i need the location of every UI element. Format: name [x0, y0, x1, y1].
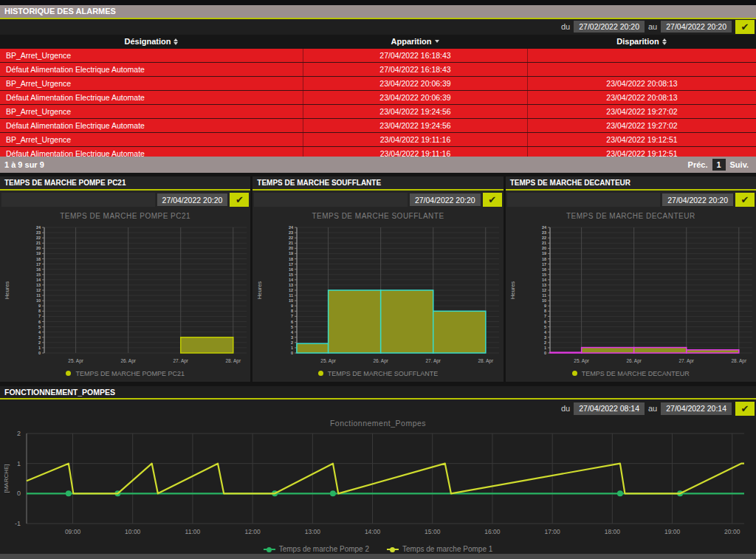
svg-text:18: 18 [36, 256, 41, 261]
svg-text:25. Apr: 25. Apr [574, 358, 589, 364]
svg-text:17:00: 17:00 [545, 528, 561, 535]
svg-text:6: 6 [38, 319, 41, 323]
alarm-panel-title: HISTORIQUE DES ALARMES [4, 7, 116, 16]
svg-text:19: 19 [36, 251, 41, 256]
svg-text:Heures: Heures [509, 281, 516, 298]
chart-legend: TEMPS DE MARCHE SOUFFLANTE [252, 368, 503, 380]
svg-text:0: 0 [291, 351, 293, 355]
alarm-panel-header: HISTORIQUE DES ALARMES [0, 5, 756, 18]
table-row[interactable]: BP_Arret_Urgence23/04/2022 19:24:5623/04… [0, 105, 756, 119]
svg-text:09:00: 09:00 [65, 528, 81, 535]
svg-text:15: 15 [542, 272, 546, 277]
legend-line-dot-icon [264, 549, 275, 550]
bottom-edge-strip [0, 554, 756, 559]
pump-panel: FONCTIONNEMENT_POMPES du 27/04/2022 08:1… [0, 386, 756, 554]
top-edge-strip [0, 0, 756, 5]
svg-text:5: 5 [38, 324, 41, 329]
svg-text:21: 21 [542, 241, 546, 245]
svg-text:28. Apr: 28. Apr [225, 358, 241, 364]
pump-apply-filter-button[interactable]: ✔ [735, 402, 755, 416]
panel-apply-filter-button[interactable]: ✔ [483, 193, 502, 207]
svg-text:16:00: 16:00 [484, 528, 501, 535]
empty-date-input[interactable] [1, 193, 155, 207]
line-chart-fonctionnement-pompes: -101209:0010:0011:0012:0013:0014:0015:00… [0, 429, 756, 541]
column-header-apparition[interactable]: Apparition [303, 37, 527, 46]
bar-chart-pompe-pc21: 0123456789101112131415161718192021222324… [0, 223, 250, 368]
table-row[interactable]: Défaut Alimentation Electrique Automate2… [0, 91, 756, 105]
empty-date-input[interactable] [254, 193, 408, 207]
table-cell: 23/04/2022 19:27:02 [527, 119, 756, 132]
svg-text:3: 3 [38, 335, 41, 340]
svg-text:10: 10 [36, 298, 41, 303]
svg-text:20:00: 20:00 [724, 528, 740, 535]
table-row[interactable]: BP_Arret_Urgence23/04/2022 19:11:1623/04… [0, 133, 756, 147]
pump-panel-title-bar: FONCTIONNEMENT_POMPES [0, 386, 756, 398]
alarm-apply-filter-button[interactable]: ✔ [735, 20, 755, 34]
alarm-pagination-bar: 1 à 9 sur 9 Préc. 1 Suiv. [0, 157, 756, 173]
panel-date-filter: 27/04/2022 20:20 ✔ [0, 191, 250, 210]
chart-title: TEMPS DE MARCHE POMPE PC21 [0, 210, 250, 223]
svg-text:19:00: 19:00 [664, 528, 681, 535]
pump-chart-title: Fonctionnement_Pompes [0, 417, 756, 429]
table-cell: 23/04/2022 19:24:56 [303, 119, 527, 132]
panel-date-input[interactable]: 27/04/2022 20:20 [662, 193, 733, 206]
panel-apply-filter-button[interactable]: ✔ [230, 193, 249, 207]
svg-text:12: 12 [289, 288, 293, 292]
svg-text:4: 4 [291, 329, 294, 334]
table-row[interactable]: Défaut Alimentation Electrique Automate2… [0, 63, 756, 77]
table-row[interactable]: BP_Arret_Urgence27/04/2022 16:18:43 [0, 49, 756, 63]
panel-date-input[interactable]: 27/04/2022 20:20 [157, 193, 228, 206]
table-row[interactable]: BP_Arret_Urgence23/04/2022 20:06:3923/04… [0, 77, 756, 91]
svg-text:15: 15 [289, 272, 293, 277]
svg-text:6: 6 [544, 319, 546, 323]
svg-text:8: 8 [291, 309, 293, 313]
panel-date-input[interactable]: 27/04/2022 20:20 [410, 193, 481, 206]
table-cell: 23/04/2022 20:08:13 [527, 91, 756, 104]
svg-text:11:00: 11:00 [185, 528, 201, 535]
alarm-date-from-input[interactable]: 27/02/2022 20:20 [574, 21, 645, 32]
prev-page-button[interactable]: Préc. [688, 160, 708, 169]
legend-pompe-2: Temps de marche Pompe 2 [264, 545, 369, 553]
svg-text:22: 22 [289, 236, 293, 240]
next-page-button[interactable]: Suiv. [730, 160, 749, 169]
panel-apply-filter-button[interactable]: ✔ [735, 193, 755, 207]
legend-pompe-1: Temps de marche Pompe 1 [387, 545, 492, 553]
alarm-date-to-input[interactable]: 27/04/2022 20:20 [661, 21, 732, 32]
svg-text:23: 23 [542, 230, 546, 235]
pump-date-to-input[interactable]: 27/04/2022 20:14 [661, 402, 732, 415]
alarm-table-body: BP_Arret_Urgence27/04/2022 16:18:43Défau… [0, 49, 756, 157]
pump-date-from-input[interactable]: 27/04/2022 08:14 [574, 402, 645, 415]
check-icon: ✔ [741, 21, 749, 32]
chart-title: TEMPS DE MARCHE SOUFFLANTE [252, 210, 503, 223]
svg-text:1: 1 [291, 346, 293, 350]
svg-text:28. Apr: 28. Apr [731, 358, 746, 364]
svg-text:23: 23 [36, 230, 41, 235]
current-page-button[interactable]: 1 [712, 159, 726, 171]
panel-soufflante: TEMPS DE MARCHE SOUFFLANTE 27/04/2022 20… [252, 176, 503, 382]
svg-text:24: 24 [36, 225, 41, 230]
table-cell [527, 63, 756, 76]
table-cell [527, 49, 756, 62]
svg-text:0: 0 [544, 351, 546, 355]
table-row[interactable]: Défaut Alimentation Electrique Automate2… [0, 147, 756, 157]
table-row[interactable]: Défaut Alimentation Electrique Automate2… [0, 119, 756, 133]
check-icon: ✔ [741, 194, 749, 205]
table-cell: Défaut Alimentation Electrique Automate [0, 91, 303, 104]
du-label: du [561, 22, 570, 31]
empty-date-input[interactable] [507, 193, 661, 207]
svg-text:4: 4 [544, 329, 547, 334]
table-cell: BP_Arret_Urgence [0, 77, 303, 90]
chart-title: TEMPS DE MARCHE DECANTEUR [506, 210, 756, 223]
column-header-disparition[interactable]: Disparition [527, 37, 756, 46]
svg-text:26. Apr: 26. Apr [120, 358, 136, 364]
svg-text:20: 20 [289, 246, 293, 250]
svg-text:13: 13 [36, 283, 41, 287]
svg-text:0: 0 [38, 351, 41, 355]
table-cell: 27/04/2022 16:18:43 [303, 49, 527, 62]
svg-text:21: 21 [36, 241, 41, 245]
svg-text:9: 9 [38, 303, 41, 308]
panel-pompe-pc21: TEMPS DE MARCHE POMPE PC21 27/04/2022 20… [0, 176, 250, 382]
svg-text:20: 20 [542, 246, 546, 250]
column-header-designation[interactable]: Désignation [0, 37, 303, 46]
pump-date-filter: du 27/04/2022 08:14 au 27/04/2022 20:14 … [0, 399, 756, 417]
